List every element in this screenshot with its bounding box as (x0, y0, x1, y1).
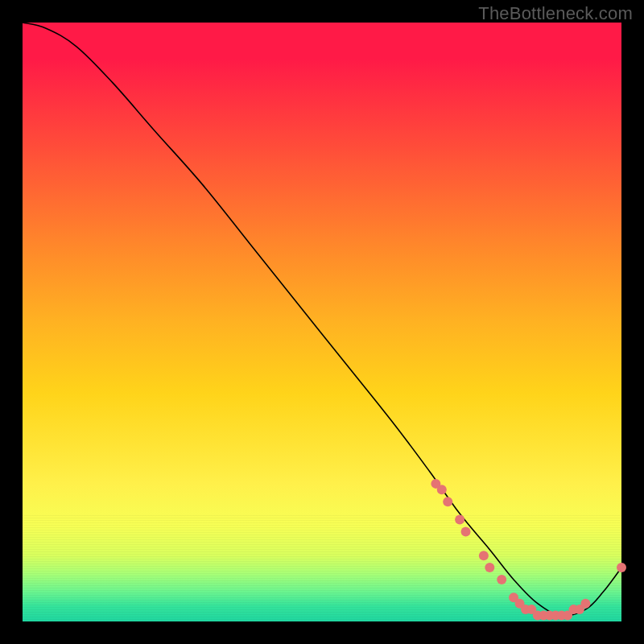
highlight-dot (479, 551, 489, 560)
curve-svg (23, 23, 621, 621)
bottleneck-curve (23, 23, 621, 616)
highlight-dot (443, 497, 452, 506)
highlight-dot (617, 563, 626, 572)
highlight-dot (580, 599, 590, 609)
highlight-dot (485, 563, 494, 572)
highlight-dot (455, 515, 464, 525)
highlight-dot (497, 575, 506, 584)
watermark-text: TheBottleneck.com (478, 3, 633, 24)
highlight-dot (437, 485, 447, 494)
plot-area (23, 23, 621, 621)
chart-frame: TheBottleneck.com (0, 0, 644, 644)
highlight-dot (461, 526, 471, 536)
